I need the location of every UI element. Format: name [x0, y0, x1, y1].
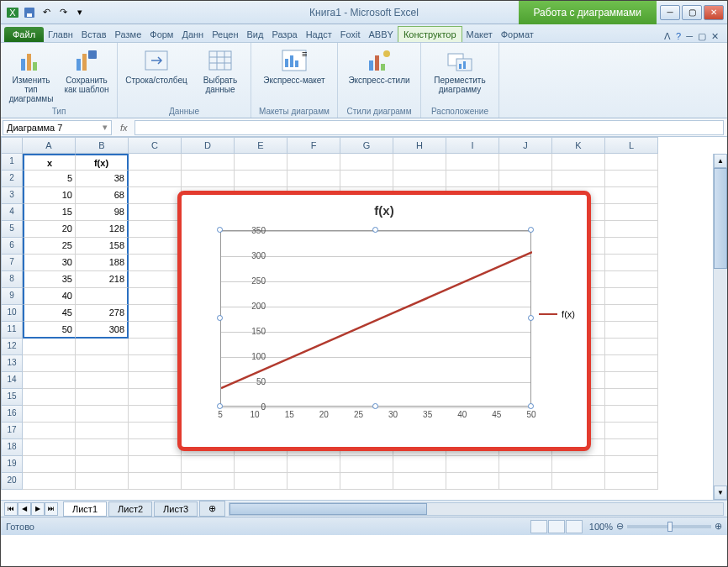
cell[interactable]: [499, 171, 552, 187]
col-header[interactable]: F: [288, 137, 340, 154]
zoom-level[interactable]: 100%: [589, 522, 613, 532]
cell[interactable]: [605, 339, 658, 355]
cell[interactable]: [23, 355, 76, 372]
cell[interactable]: [129, 288, 182, 305]
cell[interactable]: [129, 372, 182, 389]
cell[interactable]: 5: [23, 171, 76, 187]
save-template-button[interactable]: Сохранить как шаблон: [61, 45, 112, 96]
cell[interactable]: [235, 473, 288, 490]
cell[interactable]: [605, 288, 658, 305]
cell[interactable]: [129, 204, 182, 221]
cell[interactable]: 35: [23, 271, 76, 288]
cell[interactable]: [76, 423, 129, 439]
cell[interactable]: 50: [23, 322, 76, 339]
col-header[interactable]: A: [23, 137, 76, 154]
row-header[interactable]: 4: [1, 204, 23, 221]
cell[interactable]: [182, 456, 235, 473]
cell[interactable]: [499, 154, 552, 171]
quick-layout-button[interactable]: ≡ Экспресс-макет: [256, 45, 332, 87]
selection-handle[interactable]: [372, 227, 378, 233]
cell[interactable]: [182, 171, 235, 187]
cell[interactable]: 25: [23, 238, 76, 255]
cell[interactable]: [129, 406, 182, 423]
spreadsheet-grid[interactable]: A B C D E F G H I J K L 1xf(x)2538310684…: [1, 137, 727, 500]
name-box-dropdown-icon[interactable]: ▾: [103, 122, 108, 133]
minimize-button[interactable]: ─: [660, 5, 680, 20]
cell[interactable]: [129, 271, 182, 288]
cell[interactable]: [23, 473, 76, 490]
tab-chart-layout[interactable]: Макет: [462, 27, 497, 42]
zoom-out-button[interactable]: ⊖: [616, 521, 624, 532]
selection-handle[interactable]: [217, 227, 223, 233]
sheet-tab-3[interactable]: Лист3: [154, 501, 198, 517]
sheet-nav-first-icon[interactable]: ⏮: [4, 502, 18, 516]
cell[interactable]: [129, 154, 182, 171]
col-header[interactable]: I: [446, 137, 499, 154]
cell[interactable]: [129, 439, 182, 456]
close-button[interactable]: ✕: [704, 5, 724, 20]
row-header[interactable]: 7: [1, 255, 23, 271]
col-header[interactable]: D: [182, 137, 235, 154]
cell[interactable]: 128: [76, 221, 129, 238]
cell[interactable]: [605, 406, 658, 423]
cell[interactable]: 308: [76, 322, 129, 339]
cell[interactable]: [129, 389, 182, 406]
formula-input[interactable]: [135, 120, 724, 135]
tab-data[interactable]: Данн: [177, 27, 208, 42]
cell[interactable]: [129, 238, 182, 255]
cell[interactable]: [605, 221, 658, 238]
cell[interactable]: [23, 439, 76, 456]
row-header[interactable]: 11: [1, 322, 23, 339]
row-header[interactable]: 19: [1, 456, 23, 473]
cell[interactable]: [23, 372, 76, 389]
cell[interactable]: x: [23, 154, 76, 171]
sheet-nav-prev-icon[interactable]: ◀: [18, 502, 31, 516]
select-data-button[interactable]: Выбрать данные: [195, 45, 245, 96]
cell[interactable]: [605, 305, 658, 322]
redo-icon[interactable]: ↷: [56, 6, 70, 19]
cell[interactable]: [76, 339, 129, 355]
help-icon[interactable]: ?: [676, 31, 681, 42]
select-all-corner[interactable]: [1, 137, 23, 154]
cell[interactable]: [605, 204, 658, 221]
name-box[interactable]: Диаграмма 7▾: [3, 120, 112, 135]
cell[interactable]: 10: [23, 187, 76, 204]
cell[interactable]: [393, 171, 446, 187]
cell[interactable]: [76, 355, 129, 372]
vertical-scrollbar[interactable]: ▲ ▼: [713, 154, 727, 500]
zoom-in-button[interactable]: ⊕: [715, 521, 722, 532]
cell[interactable]: [552, 154, 605, 171]
selection-handle[interactable]: [528, 403, 534, 409]
scroll-up-icon[interactable]: ▲: [714, 154, 727, 168]
switch-row-col-button[interactable]: Строка/столбец: [123, 45, 190, 87]
cell[interactable]: [605, 238, 658, 255]
cell[interactable]: [76, 456, 129, 473]
cell[interactable]: 68: [76, 187, 129, 204]
sheet-nav-next-icon[interactable]: ▶: [31, 502, 45, 516]
cell[interactable]: 98: [76, 204, 129, 221]
col-header[interactable]: G: [340, 137, 393, 154]
cell[interactable]: [393, 456, 446, 473]
undo-icon[interactable]: ↶: [40, 6, 53, 19]
plot-area[interactable]: [220, 230, 531, 407]
cell[interactable]: [605, 355, 658, 372]
row-header[interactable]: 17: [1, 423, 23, 439]
cell[interactable]: [288, 154, 340, 171]
row-header[interactable]: 1: [1, 154, 23, 171]
row-header[interactable]: 5: [1, 221, 23, 238]
cell[interactable]: [552, 171, 605, 187]
qat-menu-icon[interactable]: ▾: [73, 6, 87, 19]
tab-developer[interactable]: Разра: [267, 27, 301, 42]
page-layout-view-button[interactable]: [548, 520, 565, 533]
hscroll-thumb[interactable]: [229, 503, 427, 515]
cell[interactable]: [76, 389, 129, 406]
cell[interactable]: [76, 473, 129, 490]
selection-handle[interactable]: [528, 227, 534, 233]
cell[interactable]: [552, 473, 605, 490]
workbook-restore-icon[interactable]: ▢: [698, 31, 706, 42]
col-header[interactable]: K: [552, 137, 605, 154]
cell[interactable]: [605, 372, 658, 389]
cell[interactable]: 30: [23, 255, 76, 271]
col-header[interactable]: E: [235, 137, 288, 154]
selection-handle[interactable]: [217, 315, 223, 321]
